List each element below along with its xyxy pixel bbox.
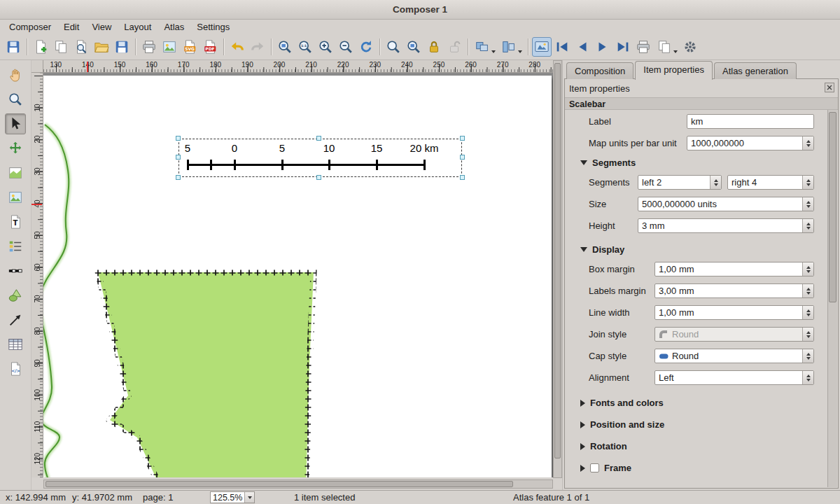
duplicate-composer-button[interactable]: [51, 37, 71, 57]
resize-handle-bottom-right[interactable]: [460, 175, 465, 180]
pan-tool-button[interactable]: [5, 64, 26, 85]
lock-items-button[interactable]: [424, 37, 444, 57]
add-attribute-table-button[interactable]: [5, 334, 26, 355]
add-legend-button[interactable]: [5, 236, 26, 257]
close-panel-button[interactable]: [825, 83, 834, 92]
atlas-first-feature-button[interactable]: [552, 37, 572, 57]
panel-scrollbar[interactable]: [827, 110, 837, 487]
tab-composition[interactable]: Composition: [566, 62, 634, 79]
atlas-previous-feature-button[interactable]: [573, 37, 592, 57]
scrollbar-thumb[interactable]: [46, 481, 513, 487]
resize-handle-bottom-left[interactable]: [176, 175, 181, 180]
composer-manager-button[interactable]: [71, 37, 91, 57]
add-image-button[interactable]: [5, 187, 26, 208]
add-shape-button[interactable]: [5, 285, 26, 306]
frame-section-header[interactable]: Frame: [580, 463, 814, 473]
combo-arrows[interactable]: [802, 328, 813, 341]
map-item[interactable]: [43, 76, 552, 477]
zoom-last-button[interactable]: [384, 37, 403, 57]
segments-right-spinbox[interactable]: right 4: [727, 175, 814, 190]
atlas-last-feature-button[interactable]: [613, 37, 633, 57]
export-image-button[interactable]: [160, 37, 179, 57]
tab-item-properties[interactable]: Item properties: [635, 61, 713, 80]
select-move-item-button[interactable]: [5, 113, 26, 134]
print-atlas-button[interactable]: [634, 37, 653, 57]
spin-buttons[interactable]: [710, 176, 721, 189]
move-item-content-button[interactable]: [5, 138, 26, 159]
spin-buttons[interactable]: [802, 219, 813, 232]
print-button[interactable]: [139, 37, 159, 57]
raise-items-button[interactable]: [472, 37, 498, 57]
export-pdf-button[interactable]: [200, 37, 220, 57]
zoom-in-button[interactable]: [316, 37, 335, 57]
add-scalebar-button[interactable]: [5, 260, 26, 281]
resize-handle-top-middle[interactable]: [316, 136, 321, 141]
scrollbar-thumb[interactable]: [554, 63, 561, 458]
export-atlas-button[interactable]: [654, 37, 680, 57]
frame-checkbox[interactable]: [590, 463, 599, 472]
spin-buttons[interactable]: [802, 136, 813, 150]
zoom-dropdown-button[interactable]: [244, 492, 254, 503]
spin-buttons[interactable]: [802, 176, 813, 189]
line-width-spinbox[interactable]: 1,00 mm: [654, 305, 814, 320]
join-style-combo[interactable]: Round: [654, 327, 814, 342]
spin-down-icon[interactable]: [806, 144, 811, 147]
resize-handle-middle-right[interactable]: [460, 155, 465, 160]
load-template-button[interactable]: [92, 37, 111, 57]
menu-item[interactable]: Composer: [3, 20, 57, 34]
unlock-items-button[interactable]: [444, 37, 464, 57]
zoom-next-button[interactable]: [404, 37, 424, 57]
display-section-header[interactable]: Display: [580, 244, 814, 255]
zoom-full-button[interactable]: [275, 37, 295, 57]
combo-arrows[interactable]: [802, 371, 813, 384]
canvas-vertical-scrollbar[interactable]: [553, 60, 562, 478]
canvas-horizontal-scrollbar[interactable]: [43, 479, 553, 489]
redo-button[interactable]: [248, 37, 267, 57]
rotation-section-header[interactable]: Rotation: [580, 441, 814, 451]
size-spinbox[interactable]: 5000,000000 units: [638, 197, 814, 211]
tab-atlas-generation[interactable]: Atlas generation: [714, 62, 797, 79]
align-items-button[interactable]: [498, 37, 524, 57]
add-arrow-button[interactable]: [5, 309, 26, 330]
resize-handle-top-left[interactable]: [176, 136, 181, 141]
spin-buttons[interactable]: [802, 262, 813, 276]
save-project-button[interactable]: [4, 37, 23, 57]
scalebar-item[interactable]: 5 0 5 10 15 20 km: [178, 139, 462, 177]
labels-margin-spinbox[interactable]: 3,00 mm: [654, 284, 814, 298]
resize-handle-bottom-middle[interactable]: [316, 175, 321, 180]
alignment-combo[interactable]: Left: [654, 370, 814, 385]
new-composer-button[interactable]: [31, 37, 50, 57]
menu-item[interactable]: Edit: [57, 20, 85, 34]
spin-buttons[interactable]: [802, 284, 813, 298]
box-margin-spinbox[interactable]: 1,00 mm: [654, 262, 814, 276]
menu-item[interactable]: View: [85, 20, 118, 34]
map-units-spinbox[interactable]: 1000,000000: [687, 136, 814, 150]
add-label-button[interactable]: [5, 211, 26, 232]
composition-page[interactable]: 5 0 5 10 15 20 km: [43, 76, 552, 477]
zoom-tool-button[interactable]: [5, 89, 26, 110]
label-input[interactable]: km: [687, 114, 814, 129]
resize-handle-top-right[interactable]: [460, 136, 465, 141]
menu-item[interactable]: Layout: [118, 20, 158, 34]
spin-buttons[interactable]: [802, 306, 813, 319]
segments-section-header[interactable]: Segments: [580, 158, 814, 168]
add-new-map-button[interactable]: [5, 162, 26, 183]
fonts-and-colors-section-header[interactable]: Fonts and colors: [580, 398, 814, 408]
export-svg-button[interactable]: [180, 37, 200, 57]
menu-item[interactable]: Atlas: [158, 20, 190, 34]
resize-handle-middle-left[interactable]: [176, 155, 181, 160]
save-as-template-button[interactable]: [112, 37, 132, 57]
atlas-settings-button[interactable]: [680, 37, 700, 57]
atlas-preview-button[interactable]: [532, 37, 552, 57]
dropdown-arrow-icon[interactable]: [673, 50, 678, 53]
composition-viewport[interactable]: 5 0 5 10 15 20 km: [43, 73, 553, 477]
zoom-actual-size-button[interactable]: [295, 37, 315, 57]
atlas-next-feature-button[interactable]: [593, 37, 612, 57]
dropdown-arrow-icon[interactable]: [491, 50, 496, 53]
dropdown-arrow-icon[interactable]: [518, 50, 522, 53]
height-spinbox[interactable]: 3 mm: [638, 218, 814, 233]
zoom-out-button[interactable]: [336, 37, 356, 57]
refresh-view-button[interactable]: [356, 37, 376, 57]
scrollbar-thumb[interactable]: [829, 112, 836, 302]
cap-style-combo[interactable]: Round: [654, 349, 814, 363]
